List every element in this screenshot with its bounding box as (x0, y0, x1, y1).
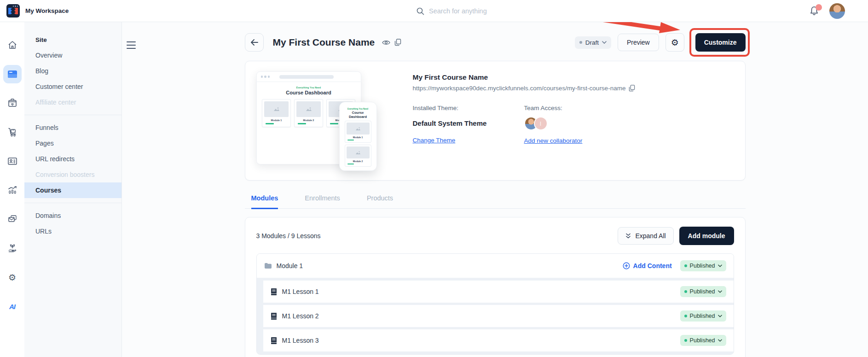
rail-marketing-icon[interactable] (3, 210, 22, 228)
search-placeholder: Search for anything (429, 7, 487, 15)
user-avatar[interactable] (829, 3, 845, 19)
rail-ai-icon[interactable]: AI (3, 297, 22, 316)
lesson-status-dropdown[interactable]: Published (680, 310, 726, 322)
plus-circle-icon (623, 262, 630, 269)
sidebar-item-customer-center[interactable]: Customer center (24, 79, 122, 94)
change-theme-link[interactable]: Change Theme (413, 137, 456, 144)
course-tabs: Modules Enrollments Products (245, 194, 746, 209)
rail-contacts-icon[interactable] (3, 152, 22, 170)
main-area: My First Course Name Draft (122, 22, 868, 357)
lesson-row[interactable]: M1 Lesson 2 Published (263, 305, 734, 327)
clickfunnels-logo-icon[interactable] (6, 4, 20, 18)
rail-settings-icon[interactable]: ⚙ (3, 268, 22, 287)
sidebar-item-blog[interactable]: Blog (24, 63, 122, 79)
chevron-down-icon (718, 339, 722, 342)
menu-divider (24, 115, 122, 115)
sidebar-item-courses[interactable]: Courses (24, 182, 122, 198)
sidebar-item-conversion-boosters: Conversion boosters (24, 167, 122, 182)
thumb-title: Course Dashboard (260, 90, 357, 95)
team-access-label: Team Access: (524, 105, 734, 111)
sidebar-item-funnels[interactable]: Funnels (24, 120, 122, 135)
sidebar-item-pages[interactable]: Pages (24, 135, 122, 151)
arrow-left-icon (250, 39, 258, 46)
page-title: My First Course Name (273, 37, 375, 48)
published-dot (684, 290, 687, 293)
tab-modules[interactable]: Modules (251, 194, 278, 209)
back-button[interactable] (245, 33, 264, 52)
workspace-name: My Workspace (25, 7, 69, 14)
installed-theme-label: Installed Theme: (413, 105, 524, 111)
expand-all-button[interactable]: Expand All (618, 227, 673, 245)
module-box: Module 1 Add Content (256, 253, 734, 355)
lesson-row[interactable]: M1 Lesson 1 Published (263, 281, 734, 303)
modules-summary: 3 Modules / 9 Lessons (256, 232, 321, 240)
global-search[interactable]: Search for anything (417, 0, 487, 22)
menu-divider (24, 203, 122, 203)
thumbnail-phone-mockup: Everything You Need Course Dashboard Mod… (339, 102, 377, 171)
customize-button[interactable]: Customize (695, 33, 746, 52)
copy-title-icon[interactable] (394, 39, 401, 46)
rail-orders-icon[interactable] (3, 123, 22, 141)
published-dot (684, 339, 687, 342)
topbar: My Workspace Search for anything (0, 0, 868, 22)
add-content-button[interactable]: Add Content (623, 262, 672, 269)
copy-url-icon[interactable] (629, 85, 635, 92)
rail-analytics-icon[interactable] (3, 181, 22, 199)
status-dropdown[interactable]: Draft (575, 36, 611, 49)
rail-site-icon[interactable] (3, 65, 22, 83)
add-module-button[interactable]: Add module (679, 227, 734, 245)
icon-rail: ⚙ AI (0, 22, 24, 357)
published-dot (684, 264, 687, 267)
lesson-status-dropdown[interactable]: Published (680, 335, 726, 346)
sidebar-item-domains[interactable]: Domains (24, 208, 122, 223)
thumb-module-card: Module 2 (294, 99, 323, 127)
chevron-down-icon (602, 41, 607, 44)
lesson-row[interactable]: M1 Lesson 3 Published (263, 329, 734, 351)
lesson-name: M1 Lesson 2 (282, 312, 319, 320)
lesson-name: M1 Lesson 3 (282, 337, 319, 344)
view-icon[interactable] (382, 40, 390, 46)
module-status-dropdown[interactable]: Published (680, 260, 726, 271)
thumb-eyebrow: Everything You Need (260, 86, 357, 89)
sidebar-item-overview[interactable]: Overview (24, 47, 122, 63)
folder-icon (264, 263, 272, 269)
tab-products[interactable]: Products (367, 194, 393, 209)
lesson-status-dropdown[interactable]: Published (680, 286, 726, 297)
chevron-down-icon (718, 264, 722, 267)
module-row[interactable]: Module 1 Add Content (257, 254, 734, 278)
notifications-button[interactable] (809, 6, 820, 17)
sidebar-item-urls[interactable]: URLs (24, 223, 122, 239)
search-icon (417, 7, 424, 15)
add-collaborator-link[interactable]: Add new collaborator (524, 137, 583, 144)
course-url[interactable]: https://myworkspace90dec.myclickfunnels.… (413, 85, 626, 92)
status-label: Draft (585, 39, 599, 46)
rail-home-icon[interactable] (3, 36, 22, 54)
collapse-sidebar-button[interactable] (127, 41, 136, 49)
page-header: My First Course Name Draft (245, 33, 746, 52)
thumb-module-card: Module 1 (262, 99, 291, 127)
rail-products-icon[interactable] (3, 94, 22, 112)
lessons-list: M1 Lesson 1 Published (257, 278, 734, 354)
chevron-down-icon (718, 290, 722, 293)
lesson-name: M1 Lesson 1 (282, 288, 319, 295)
theme-name: Default System Theme (413, 119, 524, 127)
lesson-book-icon (271, 312, 277, 320)
tab-enrollments[interactable]: Enrollments (305, 194, 340, 209)
collaborator-avatar[interactable]: I (534, 117, 548, 130)
settings-button[interactable]: ⚙ (665, 33, 684, 52)
lesson-book-icon (271, 337, 277, 345)
course-thumbnail: Everything You Need Course Dashboard Mod… (256, 71, 380, 170)
sidebar-section-site: Site (24, 32, 122, 47)
lesson-book-icon (271, 288, 277, 296)
published-dot (684, 315, 687, 317)
module-name: Module 1 (277, 262, 303, 269)
preview-button[interactable]: Preview (618, 34, 659, 51)
rail-growth-icon[interactable] (3, 239, 22, 258)
sidebar-menu: Site Overview Blog Customer center Affil… (24, 22, 122, 357)
notification-dot (816, 4, 822, 11)
sidebar-item-url-redirects[interactable]: URL redirects (24, 151, 122, 167)
chevron-down-icon (718, 315, 722, 317)
sidebar-item-affiliate-center: Affiliate center (24, 94, 122, 110)
course-summary-card: Everything You Need Course Dashboard Mod… (245, 61, 746, 181)
status-dot (579, 41, 582, 44)
